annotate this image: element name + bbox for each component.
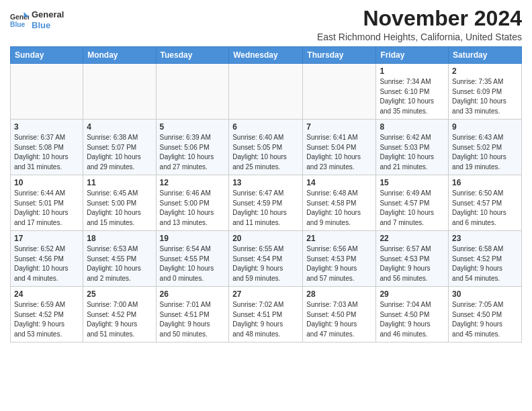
day-info: Sunrise: 7:35 AM Sunset: 6:09 PM Dayligh… (452, 77, 518, 116)
day-number: 13 (232, 178, 299, 187)
logo-text: GeneralBlue (32, 9, 64, 30)
title-block: November 2024 East Richmond Heights, Cal… (317, 7, 522, 42)
day-info: Sunrise: 6:42 AM Sunset: 5:03 PM Dayligh… (380, 133, 445, 172)
calendar-day-cell: 22Sunrise: 6:57 AM Sunset: 4:53 PM Dayli… (376, 231, 449, 287)
day-info: Sunrise: 7:01 AM Sunset: 4:51 PM Dayligh… (160, 300, 226, 339)
day-number: 27 (232, 289, 299, 299)
calendar-day-cell (83, 64, 156, 120)
weekday-header: Wednesday (229, 47, 303, 64)
calendar-day-cell: 25Sunrise: 7:00 AM Sunset: 4:52 PM Dayli… (83, 287, 156, 342)
day-info: Sunrise: 6:37 AM Sunset: 5:08 PM Dayligh… (14, 133, 79, 172)
calendar-day-cell: 5Sunrise: 6:39 AM Sunset: 5:06 PM Daylig… (156, 120, 229, 175)
calendar-week-row: 17Sunrise: 6:52 AM Sunset: 4:56 PM Dayli… (11, 231, 522, 287)
calendar-day-cell: 28Sunrise: 7:03 AM Sunset: 4:50 PM Dayli… (303, 287, 376, 342)
weekday-header: Friday (376, 47, 449, 64)
day-number: 8 (380, 122, 445, 132)
logo-icon: General Blue (10, 11, 29, 30)
calendar-day-cell: 27Sunrise: 7:02 AM Sunset: 4:51 PM Dayli… (229, 287, 303, 342)
day-number: 21 (306, 234, 372, 243)
day-number: 2 (452, 66, 518, 76)
day-number: 16 (452, 178, 518, 187)
day-number: 17 (14, 234, 79, 243)
calendar-day-cell: 2Sunrise: 7:35 AM Sunset: 6:09 PM Daylig… (449, 64, 522, 120)
day-info: Sunrise: 6:49 AM Sunset: 4:57 PM Dayligh… (380, 189, 445, 228)
day-info: Sunrise: 6:56 AM Sunset: 4:53 PM Dayligh… (306, 244, 372, 283)
calendar-day-cell (229, 64, 303, 120)
day-info: Sunrise: 6:48 AM Sunset: 4:58 PM Dayligh… (306, 189, 372, 228)
day-number: 23 (452, 234, 518, 243)
day-number: 25 (87, 289, 152, 299)
calendar-day-cell: 1Sunrise: 7:34 AM Sunset: 6:10 PM Daylig… (376, 64, 449, 120)
calendar-day-cell (11, 64, 83, 120)
day-number: 3 (14, 122, 79, 132)
calendar-day-cell: 15Sunrise: 6:49 AM Sunset: 4:57 PM Dayli… (376, 175, 449, 231)
day-info: Sunrise: 6:44 AM Sunset: 5:01 PM Dayligh… (14, 189, 79, 228)
day-info: Sunrise: 6:59 AM Sunset: 4:52 PM Dayligh… (14, 300, 79, 339)
calendar-day-cell: 18Sunrise: 6:53 AM Sunset: 4:55 PM Dayli… (83, 231, 156, 287)
day-number: 12 (160, 178, 226, 187)
weekday-header: Monday (83, 47, 156, 64)
weekday-header: Tuesday (156, 47, 229, 64)
day-number: 10 (14, 178, 79, 187)
day-number: 5 (160, 122, 226, 132)
subtitle: East Richmond Heights, California, Unite… (317, 32, 522, 42)
day-info: Sunrise: 6:45 AM Sunset: 5:00 PM Dayligh… (87, 189, 152, 228)
weekday-header: Saturday (449, 47, 522, 64)
calendar-day-cell: 30Sunrise: 7:05 AM Sunset: 4:50 PM Dayli… (449, 287, 522, 342)
calendar-header-row: SundayMondayTuesdayWednesdayThursdayFrid… (11, 47, 522, 64)
day-number: 26 (160, 289, 226, 299)
day-number: 4 (87, 122, 152, 132)
calendar-day-cell: 19Sunrise: 6:54 AM Sunset: 4:55 PM Dayli… (156, 231, 229, 287)
calendar-day-cell (156, 64, 229, 120)
day-info: Sunrise: 7:02 AM Sunset: 4:51 PM Dayligh… (232, 300, 299, 339)
day-info: Sunrise: 6:57 AM Sunset: 4:53 PM Dayligh… (380, 244, 445, 283)
calendar-week-row: 24Sunrise: 6:59 AM Sunset: 4:52 PM Dayli… (11, 287, 522, 342)
day-number: 6 (232, 122, 299, 132)
calendar-week-row: 10Sunrise: 6:44 AM Sunset: 5:01 PM Dayli… (11, 175, 522, 231)
day-info: Sunrise: 6:55 AM Sunset: 4:54 PM Dayligh… (232, 244, 299, 283)
day-info: Sunrise: 6:54 AM Sunset: 4:55 PM Dayligh… (160, 244, 226, 283)
svg-text:Blue: Blue (10, 21, 26, 28)
calendar-day-cell: 4Sunrise: 6:38 AM Sunset: 5:07 PM Daylig… (83, 120, 156, 175)
day-info: Sunrise: 6:53 AM Sunset: 4:55 PM Dayligh… (87, 244, 152, 283)
calendar-day-cell: 9Sunrise: 6:43 AM Sunset: 5:02 PM Daylig… (449, 120, 522, 175)
weekday-header: Sunday (11, 47, 83, 64)
day-info: Sunrise: 6:41 AM Sunset: 5:04 PM Dayligh… (306, 133, 372, 172)
day-number: 15 (380, 178, 445, 187)
calendar-day-cell: 20Sunrise: 6:55 AM Sunset: 4:54 PM Dayli… (229, 231, 303, 287)
calendar-day-cell: 26Sunrise: 7:01 AM Sunset: 4:51 PM Dayli… (156, 287, 229, 342)
day-number: 29 (380, 289, 445, 299)
day-info: Sunrise: 6:39 AM Sunset: 5:06 PM Dayligh… (160, 133, 226, 172)
calendar-day-cell: 29Sunrise: 7:04 AM Sunset: 4:50 PM Dayli… (376, 287, 449, 342)
calendar-day-cell: 12Sunrise: 6:46 AM Sunset: 5:00 PM Dayli… (156, 175, 229, 231)
calendar-day-cell: 10Sunrise: 6:44 AM Sunset: 5:01 PM Dayli… (11, 175, 83, 231)
day-info: Sunrise: 6:50 AM Sunset: 4:57 PM Dayligh… (452, 189, 518, 228)
calendar-day-cell: 14Sunrise: 6:48 AM Sunset: 4:58 PM Dayli… (303, 175, 376, 231)
day-number: 30 (452, 289, 518, 299)
page: General Blue GeneralBlue November 2024 E… (0, 0, 532, 349)
day-number: 1 (380, 66, 445, 76)
day-info: Sunrise: 6:40 AM Sunset: 5:05 PM Dayligh… (232, 133, 299, 172)
day-info: Sunrise: 7:00 AM Sunset: 4:52 PM Dayligh… (87, 300, 152, 339)
day-info: Sunrise: 6:58 AM Sunset: 4:52 PM Dayligh… (452, 244, 518, 283)
calendar-day-cell: 3Sunrise: 6:37 AM Sunset: 5:08 PM Daylig… (11, 120, 83, 175)
day-info: Sunrise: 7:03 AM Sunset: 4:50 PM Dayligh… (306, 300, 372, 339)
day-number: 19 (160, 234, 226, 243)
calendar-table: SundayMondayTuesdayWednesdayThursdayFrid… (10, 46, 522, 342)
weekday-header: Thursday (303, 47, 376, 64)
day-info: Sunrise: 6:43 AM Sunset: 5:02 PM Dayligh… (452, 133, 518, 172)
day-info: Sunrise: 7:34 AM Sunset: 6:10 PM Dayligh… (380, 77, 445, 116)
day-number: 24 (14, 289, 79, 299)
day-number: 18 (87, 234, 152, 243)
day-number: 20 (232, 234, 299, 243)
day-info: Sunrise: 7:05 AM Sunset: 4:50 PM Dayligh… (452, 300, 518, 339)
calendar-day-cell: 21Sunrise: 6:56 AM Sunset: 4:53 PM Dayli… (303, 231, 376, 287)
day-number: 28 (306, 289, 372, 299)
month-title: November 2024 (317, 7, 522, 30)
day-number: 11 (87, 178, 152, 187)
day-info: Sunrise: 6:47 AM Sunset: 4:59 PM Dayligh… (232, 189, 299, 228)
day-number: 14 (306, 178, 372, 187)
calendar-week-row: 3Sunrise: 6:37 AM Sunset: 5:08 PM Daylig… (11, 120, 522, 175)
calendar-day-cell: 24Sunrise: 6:59 AM Sunset: 4:52 PM Dayli… (11, 287, 83, 342)
calendar-day-cell (303, 64, 376, 120)
